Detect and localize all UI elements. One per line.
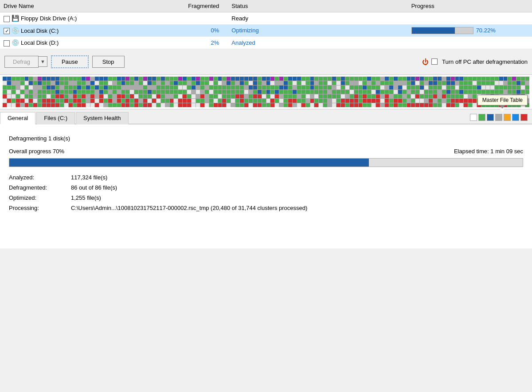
disk-cell	[29, 94, 33, 98]
stop-button[interactable]: Stop	[92, 56, 125, 68]
disk-cell	[7, 77, 11, 81]
disk-cell	[214, 99, 218, 103]
disk-cell	[51, 77, 55, 81]
drive-row-floppy[interactable]: 💾Floppy Disk Drive (A:)Ready	[0, 12, 532, 25]
disk-cell	[490, 77, 494, 81]
disk-cell	[148, 85, 152, 89]
legend-box-2	[487, 114, 494, 121]
drive-row-c_drive[interactable]: ✓💿Local Disk (C:)0%Optimizing70.22%	[0, 24, 532, 37]
disk-cell	[293, 90, 297, 94]
disk-cell	[389, 94, 393, 98]
disk-cell	[25, 77, 29, 81]
disk-cell	[192, 103, 196, 107]
disk-cell	[279, 94, 283, 98]
disk-cell	[139, 77, 143, 81]
disk-cell	[25, 90, 29, 94]
disk-cell	[205, 85, 209, 89]
disk-cell	[442, 85, 446, 89]
drive-checkbox-floppy[interactable]	[4, 16, 10, 22]
tab-general[interactable]: General	[0, 112, 35, 124]
disk-cell	[104, 85, 108, 89]
disk-cell	[350, 90, 354, 94]
disk-cell	[508, 77, 512, 81]
pause-button[interactable]: Pause	[51, 55, 89, 68]
disk-cell	[178, 90, 182, 94]
disk-cell	[108, 103, 112, 107]
tooltip-arrow	[499, 105, 505, 109]
disk-cell	[319, 103, 323, 107]
disk-cell	[279, 90, 283, 94]
disk-cell	[424, 99, 428, 103]
defrag-dropdown[interactable]: ▼	[39, 56, 47, 67]
disk-cell	[231, 77, 235, 81]
drive-checkbox-c_drive[interactable]: ✓	[4, 28, 10, 34]
drive-checkbox-d_drive[interactable]	[4, 40, 10, 47]
disk-cell	[222, 94, 226, 98]
disk-cell	[477, 77, 481, 81]
disk-cell	[455, 94, 459, 98]
disk-cell	[209, 85, 213, 89]
disk-cell	[314, 81, 318, 85]
disk-cell	[25, 94, 29, 98]
disk-cell	[438, 85, 442, 89]
disk-cell	[376, 90, 380, 94]
disk-cell	[12, 77, 16, 81]
disk-cell	[42, 103, 46, 107]
disk-cell	[284, 99, 288, 103]
disk-cell	[442, 81, 446, 85]
disk-cell	[86, 99, 90, 103]
disk-cell	[376, 94, 380, 98]
disk-cell	[328, 90, 332, 94]
disk-cell	[7, 94, 11, 98]
disk-cell	[95, 85, 99, 89]
drive-row-d_drive[interactable]: 💿Local Disk (D:)2%Analyzed	[0, 37, 532, 49]
tab-health[interactable]: System Health	[76, 112, 129, 124]
disk-cell	[55, 77, 59, 81]
disk-cell	[55, 103, 59, 107]
defrag-button[interactable]: Defrag	[4, 56, 39, 68]
disk-cell	[196, 103, 200, 107]
disk-cell	[108, 99, 112, 103]
disk-cell	[372, 77, 376, 81]
disk-cell	[16, 94, 20, 98]
disk-cell	[345, 77, 349, 81]
disk-cell	[407, 103, 411, 107]
tab-files[interactable]: Files (C:)	[36, 112, 75, 124]
disk-cell	[424, 94, 428, 98]
disk-cell	[275, 99, 279, 103]
disk-cell	[446, 90, 450, 94]
disk-cell	[222, 85, 226, 89]
disk-cell	[275, 90, 279, 94]
disk-cell	[42, 99, 46, 103]
disk-cell	[279, 85, 283, 89]
disk-cell	[90, 103, 94, 107]
disk-cell	[288, 85, 292, 89]
disk-cell	[51, 99, 55, 103]
disk-cell	[512, 81, 516, 85]
disk-cell	[455, 85, 459, 89]
disk-cell	[420, 85, 424, 89]
drive-progress-floppy	[408, 12, 532, 25]
disk-cell	[341, 99, 345, 103]
disk-cell	[7, 103, 11, 107]
disk-cell	[398, 99, 402, 103]
disk-cell	[33, 99, 37, 103]
disk-cell	[174, 94, 178, 98]
disk-cell	[178, 77, 182, 81]
disk-cell	[403, 77, 407, 81]
disk-cell	[451, 90, 455, 94]
disk-cell	[152, 77, 156, 81]
disk-cell	[319, 77, 323, 81]
disk-cell	[209, 81, 213, 85]
turnoff-checkbox[interactable]	[431, 58, 438, 65]
disk-cell	[319, 81, 323, 85]
disk-cell	[121, 77, 125, 81]
disk-cell	[64, 90, 68, 94]
disk-cell	[359, 81, 363, 85]
disk-cell	[113, 99, 117, 103]
disk-cell	[262, 90, 266, 94]
disk-cell	[455, 81, 459, 85]
disk-cell	[403, 103, 407, 107]
disk-cell	[424, 81, 428, 85]
disk-cell	[152, 94, 156, 98]
